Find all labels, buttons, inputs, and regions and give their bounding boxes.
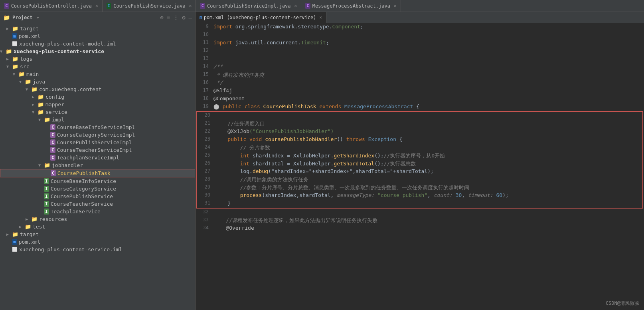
file-tab-label: pom.xml (xuecheng-plus-content-service) xyxy=(204,15,316,20)
code-line-27: 27 log.debug("shardIndex="+shardIndex+",… xyxy=(197,168,642,176)
line-content xyxy=(213,55,644,56)
dropdown-arrow[interactable]: ▾ xyxy=(37,15,40,20)
m-file-icon: m xyxy=(12,239,17,245)
tree-item-coursepublishimpl[interactable]: C CoursePublishServiceImpl xyxy=(0,139,195,146)
line-content: @XxlJob("CoursePublishJobHandler") xyxy=(215,128,642,134)
tree-item-logs[interactable]: ▶ 📁 logs xyxy=(0,55,195,63)
line-content: public void coursePublishJobHandler() th… xyxy=(215,136,642,142)
code-area[interactable]: 9 import org.springframework.stereotype.… xyxy=(196,23,644,310)
tab-label: CoursePublishServiceImpl.java xyxy=(207,3,291,9)
item-label: mapper xyxy=(45,101,64,107)
line-number: 28 xyxy=(197,176,215,182)
item-label: config xyxy=(45,94,64,100)
tree-item-src[interactable]: ▼ 📁 src xyxy=(0,63,195,70)
tree-item-coursepublishtask[interactable]: C CoursePublishTask xyxy=(0,169,195,177)
line-number: 32 xyxy=(196,209,213,215)
line-content xyxy=(215,112,642,112)
line-number: 19 xyxy=(196,103,213,109)
tab-coursepublishserviceimpl[interactable]: C CoursePublishServiceImpl.java ✕ xyxy=(196,0,301,12)
tree-item-coursebaseinfo[interactable]: C CourseBaseInfoServiceImpl xyxy=(0,123,195,131)
tree-item-iml1[interactable]: ⬜ xuecheng-plus-content-model.iml xyxy=(0,40,195,48)
tree-item-service[interactable]: ▼ 📁 service xyxy=(0,108,195,116)
folder-icon: 📁 xyxy=(25,224,31,230)
item-label: CourseCategoryService xyxy=(51,186,116,192)
line-number: 22 xyxy=(197,128,215,134)
tree-item-jobhandler[interactable]: ▼ 📁 jobhandler xyxy=(0,161,195,169)
tree-item-teachplansvc[interactable]: I TeachplanService xyxy=(0,208,195,215)
line-number: 10 xyxy=(196,31,213,37)
line-content: //任务调度入口 xyxy=(215,120,642,127)
tree-item-impl[interactable]: ▼ 📁 impl xyxy=(0,116,195,123)
iml-icon: ⬜ xyxy=(12,247,18,252)
i-icon: I xyxy=(107,3,112,9)
collapse-icon[interactable]: ≡ xyxy=(167,14,170,21)
tree-item-coursecategoryimpl[interactable]: C CourseCategoryServiceImpl xyxy=(0,131,195,139)
line-content: ⬤ public class CoursePublishTask extends… xyxy=(213,103,644,109)
m-icon: m xyxy=(200,15,202,20)
tab-close-icon[interactable]: ✕ xyxy=(294,3,297,8)
tree-item-coursepublishsvc[interactable]: I CoursePublishService xyxy=(0,193,195,200)
locate-icon[interactable]: ⊕ xyxy=(160,14,163,21)
watermark: CSDN@清风微凉 xyxy=(606,300,639,307)
code-line-11: 11 import java.util.concurrent.TimeUnit; xyxy=(196,39,644,47)
item-label: CourseCategoryServiceImpl xyxy=(57,132,135,138)
item-label: target xyxy=(20,231,39,237)
iml-icon: ⬜ xyxy=(12,41,18,46)
header-actions: ⊕ ≡ ⋮ ⚙ — xyxy=(160,14,192,21)
tree-item-java[interactable]: ▼ 📁 java xyxy=(0,78,195,85)
tree-item-service-root[interactable]: ▼ 📁 xuecheng-plus-content-service xyxy=(0,48,195,55)
tree-item-test[interactable]: ▶ 📁 test xyxy=(0,223,195,231)
folder-icon: 📁 xyxy=(25,79,31,85)
tree-item-config[interactable]: ▶ 📁 config xyxy=(0,93,195,101)
tree-item-pom2[interactable]: m pom.xml xyxy=(0,238,195,246)
tree-item-mapper[interactable]: ▶ 📁 mapper xyxy=(0,101,195,108)
tab-close-icon[interactable]: ✕ xyxy=(319,15,322,20)
tree-item-courseteacherimpl[interactable]: C CourseTeacherServiceImpl xyxy=(0,146,195,154)
item-label: target xyxy=(20,26,39,32)
item-label: xuecheng-plus-content-service.iml xyxy=(19,246,122,252)
line-number: 25 xyxy=(197,152,215,158)
tab-messageprocessabstract[interactable]: C MessageProcessAbstract.java ✕ xyxy=(301,0,401,12)
minimize-icon[interactable]: — xyxy=(189,14,192,21)
settings-icon[interactable]: ⚙ xyxy=(182,14,185,21)
tree-item-iml2[interactable]: ⬜ xuecheng-plus-content-service.iml xyxy=(0,246,195,253)
tree-item-teachplanimpl[interactable]: C TeachplanServiceImpl xyxy=(0,154,195,161)
line-content: import java.util.concurrent.TimeUnit; xyxy=(213,39,644,46)
c-icon: C xyxy=(4,3,9,9)
tab-coursepublishservice[interactable]: I CoursePublishService.java ✕ xyxy=(103,0,196,12)
line-number: 27 xyxy=(197,168,215,174)
item-label: resources xyxy=(39,216,67,222)
line-number: 23 xyxy=(197,136,215,142)
tab-coursepublishcontroller[interactable]: C CoursePublishController.java ✕ xyxy=(0,0,103,12)
project-title: Project xyxy=(12,15,33,20)
item-label: TeachplanServiceImpl xyxy=(57,155,120,161)
code-line-20: 20 xyxy=(197,112,642,120)
tab-close-icon[interactable]: ✕ xyxy=(189,3,192,8)
folder-icon: 📁 xyxy=(6,48,12,54)
code-line-32: 32 xyxy=(196,209,644,217)
line-content: @Override xyxy=(213,225,644,231)
tree-item-package[interactable]: ▼ 📁 com.xuecheng.content xyxy=(0,85,195,93)
tree-item-target1[interactable]: ▶ 📁 target xyxy=(0,25,195,32)
line-number: 34 xyxy=(196,225,213,231)
editor-panel: m pom.xml (xuecheng-plus-content-service… xyxy=(196,12,644,310)
tree-item-target2[interactable]: ▶ 📁 target xyxy=(0,231,195,238)
file-tab-pom[interactable]: m pom.xml (xuecheng-plus-content-service… xyxy=(196,12,326,23)
tree-item-main[interactable]: ▼ 📁 main xyxy=(0,70,195,78)
expand-icon[interactable]: ⋮ xyxy=(173,14,179,21)
tab-label: CoursePublishService.java xyxy=(113,3,186,9)
line-number: 15 xyxy=(196,71,213,77)
line-number: 24 xyxy=(197,144,215,150)
tab-close-icon[interactable]: ✕ xyxy=(95,3,98,8)
sidebar: 📁 Project ▾ ⊕ ≡ ⋮ ⚙ — ▶ 📁 target m xyxy=(0,12,196,310)
tree-item-coursebaseinfosvc[interactable]: I CourseBaseInfoService xyxy=(0,177,195,185)
tab-close-icon[interactable]: ✕ xyxy=(394,3,397,8)
line-number: 14 xyxy=(196,63,213,69)
tree-item-courseteachersvc[interactable]: I CourseTeacherService xyxy=(0,200,195,208)
tree-item-pom1[interactable]: m pom.xml xyxy=(0,32,195,40)
line-number: 9 xyxy=(196,23,213,29)
tree-item-coursecategorysvc[interactable]: I CourseCategoryService xyxy=(0,185,195,193)
code-line-34: 34 @Override xyxy=(196,225,644,232)
tree-item-resources[interactable]: ▶ 📁 resources xyxy=(0,215,195,223)
folder-icon: 📁 xyxy=(18,71,25,77)
